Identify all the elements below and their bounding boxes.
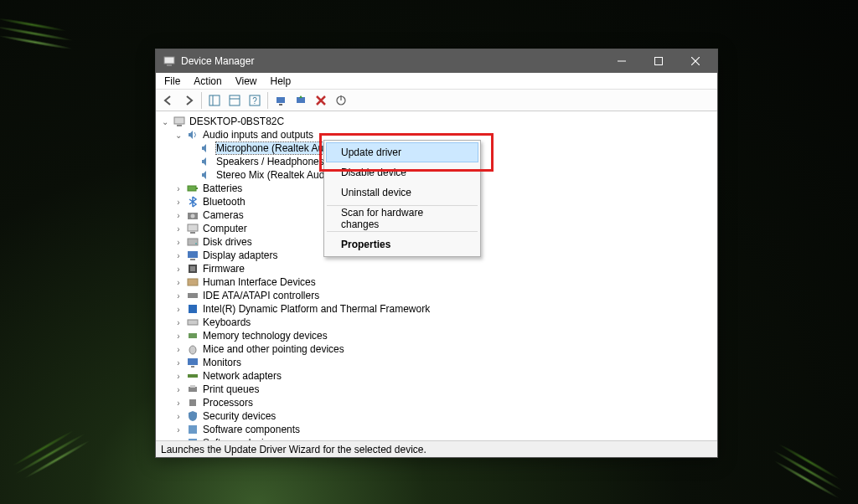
hid-icon (186, 275, 199, 289)
svg-rect-13 (279, 104, 282, 105)
mouse-icon (186, 342, 199, 356)
svg-rect-41 (190, 385, 195, 388)
tree-intel[interactable]: › Intel(R) Dynamic Platform and Thermal … (156, 302, 717, 316)
bluetooth-icon (186, 195, 199, 208)
svg-rect-27 (188, 251, 198, 258)
ide-icon (186, 289, 199, 302)
network-icon (186, 369, 199, 383)
expand-icon[interactable]: › (173, 223, 184, 234)
titlebar[interactable]: Device Manager (156, 49, 717, 73)
svg-rect-14 (297, 97, 305, 103)
expand-icon[interactable]: › (173, 343, 184, 355)
menu-file[interactable]: File (158, 75, 187, 88)
cm-properties[interactable]: Properties (326, 234, 478, 255)
tree-security[interactable]: › Security devices (156, 409, 717, 423)
tree-processors[interactable]: › Processors (156, 396, 717, 409)
expand-icon[interactable]: › (173, 276, 184, 288)
svg-text:?: ? (252, 96, 257, 105)
cm-separator (327, 205, 478, 206)
expand-icon[interactable]: › (173, 330, 184, 342)
tree-mice[interactable]: › Mice and other pointing devices (156, 342, 717, 356)
expand-icon[interactable]: › (173, 383, 184, 395)
tree-hid[interactable]: › Human Interface Devices (156, 275, 717, 289)
svg-rect-8 (230, 95, 240, 105)
menu-action[interactable]: Action (187, 75, 228, 88)
cm-update-driver[interactable]: Update driver (326, 142, 478, 162)
expand-icon[interactable]: › (173, 316, 184, 328)
audio-icon (186, 128, 199, 141)
expand-icon[interactable]: ⌄ (173, 129, 184, 141)
computer-icon (173, 115, 186, 128)
expand-icon[interactable]: ⌄ (159, 116, 171, 127)
tree-network[interactable]: › Network adapters (156, 369, 717, 383)
tree-memtech[interactable]: › Memory technology devices (156, 329, 717, 342)
node-label: Microphone (Realtek Audio) (216, 142, 340, 154)
node-label: Monitors (203, 357, 241, 368)
expand-icon[interactable]: › (173, 183, 184, 194)
menu-help[interactable]: Help (264, 75, 298, 88)
expand-icon[interactable]: › (173, 397, 184, 409)
tree-swdev[interactable]: › Software devices (156, 436, 717, 440)
back-button[interactable] (159, 91, 178, 110)
svg-rect-39 (188, 374, 198, 378)
expand-icon[interactable]: › (173, 236, 184, 248)
svg-rect-1 (167, 64, 172, 66)
close-button[interactable] (677, 49, 714, 73)
scan-hardware-button[interactable] (271, 91, 290, 110)
enable-toolbar-button[interactable] (332, 91, 350, 110)
expand-icon[interactable]: › (173, 249, 184, 261)
tree-root[interactable]: ⌄ DESKTOP-0BST82C (156, 115, 717, 128)
node-label: Batteries (203, 183, 242, 194)
node-label: Intel(R) Dynamic Platform and Thermal Fr… (203, 303, 430, 315)
svg-rect-23 (188, 224, 198, 231)
svg-rect-32 (188, 293, 198, 298)
window-title: Device Manager (181, 55, 603, 67)
expand-icon[interactable]: › (173, 290, 184, 301)
node-label: Bluetooth (203, 196, 246, 208)
expand-icon[interactable]: › (173, 263, 184, 275)
svg-rect-30 (190, 266, 195, 271)
audio-icon (199, 168, 213, 182)
node-label: Computer (203, 223, 247, 234)
security-icon (186, 409, 199, 423)
tree-keyboards[interactable]: › Keyboards (156, 316, 717, 329)
tree-print[interactable]: › Print queues (156, 383, 717, 396)
expand-icon[interactable]: › (173, 410, 184, 422)
expand-icon[interactable]: › (173, 196, 184, 208)
tree-monitors[interactable]: › Monitors (156, 356, 717, 369)
node-label: Cameras (203, 209, 244, 221)
svg-rect-43 (189, 425, 197, 434)
node-label: Processors (203, 397, 253, 409)
help-toolbar-button[interactable]: ? (246, 91, 264, 110)
uninstall-toolbar-button[interactable] (312, 91, 330, 110)
pine-branch-decoration (0, 339, 165, 504)
intel-icon (186, 302, 199, 316)
show-hide-console-button[interactable] (205, 91, 224, 110)
expand-icon[interactable]: › (173, 370, 184, 382)
firmware-icon (186, 262, 199, 275)
tree-swcomp[interactable]: › Software components (156, 423, 717, 436)
update-driver-toolbar-button[interactable] (292, 91, 310, 110)
maximize-button[interactable] (640, 49, 677, 73)
tree-ide[interactable]: › IDE ATA/ATAPI controllers (156, 289, 717, 302)
pine-branch-decoration (0, 0, 131, 131)
expand-icon[interactable]: › (173, 424, 184, 435)
svg-rect-31 (188, 279, 198, 285)
minimize-button[interactable] (603, 49, 640, 73)
processor-icon (186, 396, 199, 409)
expand-icon[interactable]: › (173, 437, 184, 440)
expand-icon[interactable]: › (173, 357, 184, 368)
menu-view[interactable]: View (229, 75, 264, 88)
expand-icon[interactable]: › (173, 209, 184, 221)
cm-scan-hardware[interactable]: Scan for hardware changes (326, 208, 478, 229)
tree-firmware[interactable]: › Firmware (156, 262, 717, 275)
svg-rect-12 (277, 97, 285, 103)
properties-toolbar-button[interactable] (225, 91, 244, 110)
audio-icon (199, 155, 213, 168)
cm-disable-device[interactable]: Disable device (326, 162, 478, 183)
cm-uninstall-device[interactable]: Uninstall device (326, 183, 478, 203)
node-label: DESKTOP-0BST82C (189, 116, 284, 127)
svg-rect-35 (189, 333, 197, 338)
expand-icon[interactable]: › (173, 303, 184, 315)
forward-button[interactable] (179, 91, 198, 110)
